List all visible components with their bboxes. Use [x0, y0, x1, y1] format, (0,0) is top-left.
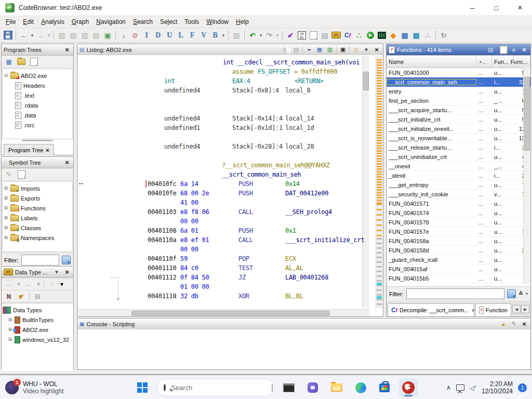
function-row-FUN_004015b5[interactable]: FUN_004015b5...u...6	[387, 274, 530, 283]
copy-special-icon[interactable]: ▨	[90, 30, 102, 41]
menu-file[interactable]: File	[2, 17, 19, 26]
network-icon[interactable]	[456, 384, 464, 391]
import-doc-icon[interactable]	[29, 57, 38, 66]
console-close-icon[interactable]: ×	[520, 320, 528, 328]
listing-line-12[interactable]: __scrt_common_main_seh	[77, 170, 366, 180]
structure-icon[interactable]: ▧	[231, 30, 242, 41]
function-graph-icon[interactable]: ∴	[353, 30, 365, 41]
volume-muted-icon[interactable]: ◁×	[470, 384, 476, 392]
menu-tools[interactable]: Tools	[181, 17, 203, 26]
function-row-__onexit[interactable]: __onexit..._...45	[387, 162, 530, 171]
taskbar-clock[interactable]: 2:20 AM 12/10/2024	[482, 380, 513, 395]
taskbar-app-edge[interactable]	[351, 378, 370, 397]
forward-icon[interactable]: →	[24, 280, 33, 289]
import-doc-icon[interactable]	[499, 46, 508, 54]
listing-line-11[interactable]: ?__scrt_common_main_seh@@YAHXZ	[77, 161, 366, 170]
tray-chevron-up-icon[interactable]: ∧	[446, 384, 451, 391]
listing-line-16[interactable]: 00401103e8 f8 06CALL__SEH_prolog4	[77, 208, 366, 217]
function-row-___scrt_uninitialize_crt[interactable]: ___scrt_uninitialize_crt...u...40	[387, 152, 530, 162]
listing-body[interactable]: int __cdecl __scrt_common_main_seh(voias…	[77, 55, 383, 316]
function-row-__scrt_common_main_seh[interactable]: __scrt_common_main_seh...i...324	[387, 77, 530, 87]
call-tree-icon[interactable]: ∴	[422, 30, 433, 41]
functions-vscrollbar[interactable]	[523, 68, 530, 284]
tab-scroll-left-icon[interactable]: ◀	[512, 305, 521, 313]
listing-line-18[interactable]: 004011086a 01PUSH0x1	[77, 227, 366, 236]
tree-item-rsrc[interactable]: .rsrc	[4, 120, 71, 130]
taskbar-app-ghidra[interactable]	[399, 378, 418, 397]
listing-hscrollbar[interactable]	[77, 309, 369, 316]
filter-options-icon[interactable]	[507, 289, 516, 298]
cursor-select-icon[interactable]: ➢	[305, 46, 313, 54]
listing-line-8[interactable]	[77, 133, 366, 142]
column-sort-icon[interactable]: ▲..	[476, 56, 492, 68]
menu-list-icon[interactable]: ≡	[510, 46, 518, 54]
function-row-FUN_004015af[interactable]: FUN_004015af...u...6	[387, 264, 530, 274]
listing-line-22[interactable]: 0040111084 c0TESTAL,AL	[77, 264, 366, 273]
filter-settings-dropdown-icon[interactable]: ▾	[526, 291, 528, 296]
function-row-FUN_00401578[interactable]: FUN_00401578...u...6	[387, 218, 530, 227]
collapse-all-icon[interactable]: ⊟	[33, 292, 42, 301]
listing-line-1[interactable]: assume FS_OFFSET = 0xffdff000	[77, 68, 366, 77]
tab-decompile[interactable]: CfDecompile: __scrt_comm...×	[388, 303, 474, 316]
filter-settings-icon[interactable]: ≛	[518, 290, 523, 297]
forward-dropdown-icon[interactable]: ▾	[36, 280, 41, 289]
function-row-___scrt_acquire_startu[interactable]: ___scrt_acquire_startu......u...50	[387, 105, 530, 115]
listing-line-0[interactable]: int __cdecl __scrt_common_main_seh(voi	[77, 58, 366, 68]
table-view-icon[interactable]: ▦	[4, 57, 14, 66]
snapshot-camera-icon[interactable]: ▣	[339, 46, 347, 54]
function-row-entry[interactable]: entry...u...10	[387, 87, 530, 96]
data-d-icon[interactable]: D	[152, 30, 164, 41]
conflict-dropdown-icon[interactable]: ▾	[60, 280, 64, 289]
listing-line-14[interactable]: 004010fe68 00 2ePUSHDAT_00412e00	[77, 189, 366, 198]
listing-line-20[interactable]: 00 00	[77, 245, 366, 255]
symbol-tree-item-functions[interactable]: ⊞fFunctions	[4, 203, 71, 213]
copy-icon[interactable]: ▨	[486, 46, 495, 54]
function-row-___scrt_initialize_crt[interactable]: ___scrt_initialize_crt...u...57	[387, 115, 530, 124]
copy-icon[interactable]: ▨	[79, 30, 90, 41]
paste-icon[interactable]: ▨	[292, 46, 300, 54]
function-row-_guard_check_icall[interactable]: _guard_check_icall...u...1	[387, 255, 530, 264]
menu-search[interactable]: Search	[129, 17, 156, 26]
tree-item-text[interactable]: .text	[4, 90, 71, 100]
symbol-tree-item-classes[interactable]: ⊞CClasses	[4, 223, 71, 233]
snapshot-icon[interactable]: ▣	[102, 30, 113, 41]
menu-graph[interactable]: Graph	[68, 17, 92, 26]
function-row-_atexit[interactable]: _atexit...i...21	[387, 171, 530, 180]
function-row-find_pe_section[interactable]: find_pe_section..._...68	[387, 96, 530, 105]
tab-close-icon[interactable]: ×	[472, 307, 474, 313]
function-row-___scrt_initialize_onexit[interactable]: ___scrt_initialize_onexit......u...135	[387, 124, 530, 134]
bookmarks-icon[interactable]: ◆	[388, 30, 399, 41]
menu-analysis[interactable]: Analysis	[37, 17, 68, 26]
clear-code-icon[interactable]: ⊘	[129, 30, 141, 41]
save-icon[interactable]	[2, 30, 14, 41]
back-icon[interactable]: ←	[4, 280, 14, 289]
table-add-icon[interactable]: ▦	[410, 30, 422, 41]
validate-icon[interactable]: ✔	[285, 30, 296, 41]
symbol-tree-item-imports[interactable]: ⊞▲Imports	[4, 183, 71, 193]
program-trees-close-icon[interactable]: ×	[63, 46, 71, 54]
forward-dropdown[interactable]: ▾	[46, 30, 51, 41]
taskbar-app-store[interactable]	[375, 378, 394, 397]
listing-line-19[interactable]: 0040110ae8 ef 01CALL___scrt_initialize_c…	[77, 236, 366, 245]
program-tree-tab-close-icon[interactable]: ×	[46, 147, 49, 153]
decompiler-cf-icon[interactable]: Cf	[342, 30, 353, 41]
listing-line-15[interactable]: 41 00	[77, 198, 366, 208]
scroll-lock-icon[interactable]: 🔒︎	[499, 320, 508, 328]
listing-line-21[interactable]: 0040110f59POPECX	[77, 255, 366, 264]
panel-menu-dropdown-icon[interactable]: ▾	[52, 268, 61, 276]
redo-dropdown[interactable]: ▾	[275, 30, 280, 41]
taskbar-app-chat[interactable]	[303, 378, 322, 397]
listing-close-icon[interactable]: ×	[373, 46, 381, 54]
undefine-u-icon[interactable]: U	[164, 30, 175, 41]
maximize-button[interactable]: □	[484, 0, 508, 16]
listing-line-6[interactable]: undefined4Stack[-0x14]:4local_14	[77, 114, 366, 124]
edit-icon[interactable]: ✎	[4, 170, 14, 179]
column-name[interactable]: Name	[387, 56, 476, 68]
widgets-button[interactable]: 1 WHU - WOL Video highlight	[0, 376, 69, 399]
listing-line-23[interactable]: 004011120f 84 50JZLAB_00401268	[77, 273, 366, 283]
diff-view-icon[interactable]: ▥	[326, 46, 334, 54]
function-row-FUN_00401571[interactable]: FUN_00401571...u...3	[387, 199, 530, 208]
function-f-icon[interactable]: F	[187, 30, 198, 41]
tree-item-data[interactable]: .data	[4, 110, 71, 120]
datatype-root[interactable]: Data Types	[3, 305, 72, 315]
